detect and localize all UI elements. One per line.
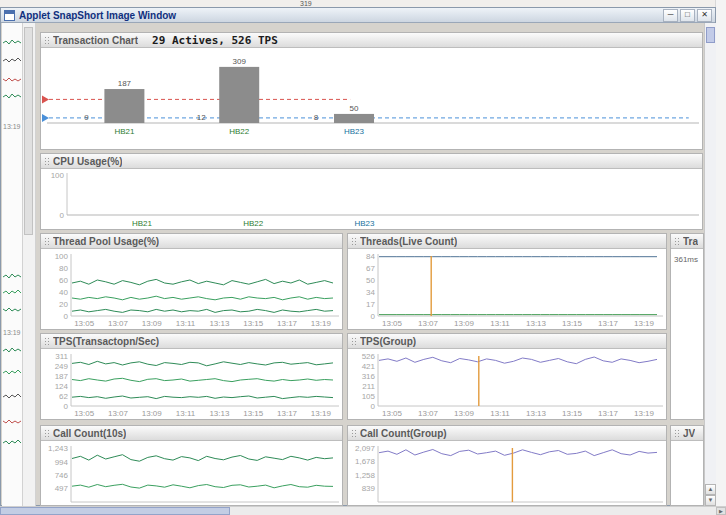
thumbnail-rail-scrollbar-thumb[interactable] xyxy=(24,27,33,235)
page-horizontal-scrollbar-thumb[interactable] xyxy=(0,507,230,515)
drag-grip-icon xyxy=(674,429,679,438)
panel-header[interactable]: CPU Usage(%) xyxy=(41,154,702,169)
window-vertical-scrollbar[interactable]: ▲ ▼ xyxy=(704,23,716,506)
thumbnail-sparkline[interactable] xyxy=(2,269,22,321)
svg-text:1,678: 1,678 xyxy=(355,457,376,466)
drag-grip-icon xyxy=(351,237,356,246)
close-button[interactable]: ✕ xyxy=(697,9,712,22)
svg-text:316: 316 xyxy=(362,372,376,381)
window-title: Applet SnapShort Image Window xyxy=(19,10,176,21)
svg-text:13:09: 13:09 xyxy=(454,409,475,418)
panel-title: Call Count(10s) xyxy=(53,428,126,439)
panel-header[interactable]: Call Count(Group) xyxy=(348,426,666,441)
svg-text:187: 187 xyxy=(55,372,69,381)
window-titlebar[interactable]: Applet SnapShort Image Window ─ □ ✕ xyxy=(1,8,715,23)
panel-title: TPS(Group) xyxy=(360,336,416,347)
svg-text:13:07: 13:07 xyxy=(418,319,439,328)
panel-title: Threads(Live Count) xyxy=(360,236,457,247)
minimize-button[interactable]: ─ xyxy=(663,9,678,22)
svg-text:13:15: 13:15 xyxy=(243,319,264,328)
scroll-down-arrow-button[interactable]: ▼ xyxy=(705,495,716,506)
svg-text:13:05: 13:05 xyxy=(74,409,95,418)
window-vertical-scrollbar-thumb[interactable] xyxy=(706,27,715,43)
panel-header[interactable]: Threads(Live Count) xyxy=(348,234,666,249)
thumbnail-timestamp: 13:19 xyxy=(3,329,21,336)
panel-header[interactable]: TPS(Group) xyxy=(348,334,666,349)
threads-live-count-panel: Threads(Live Count) 8467503417013:0513:0… xyxy=(347,233,667,330)
svg-text:13:05: 13:05 xyxy=(74,319,95,328)
panel-header[interactable]: Tra xyxy=(671,234,703,249)
panel-title: Thread Pool Usage(%) xyxy=(53,236,159,247)
svg-text:12: 12 xyxy=(197,113,206,122)
window-controls: ─ □ ✕ xyxy=(663,9,712,22)
svg-text:0: 0 xyxy=(371,312,376,321)
scroll-right-arrow-button[interactable]: ▶ xyxy=(716,507,726,515)
svg-text:84: 84 xyxy=(366,252,375,261)
svg-text:13:19: 13:19 xyxy=(634,409,655,418)
background-page-label: 319 xyxy=(300,0,312,7)
svg-text:50: 50 xyxy=(366,276,375,285)
svg-text:13:17: 13:17 xyxy=(277,319,298,328)
cpu-usage-panel: CPU Usage(%) 1000HB21HB22HB23 xyxy=(40,153,703,230)
svg-text:0: 0 xyxy=(64,402,69,411)
panel-header[interactable]: Thread Pool Usage(%) xyxy=(41,234,342,249)
clipped-right-panel-bottom: JV xyxy=(670,425,704,506)
scroll-up-arrow-button[interactable]: ▲ xyxy=(705,484,716,495)
maximize-button[interactable]: □ xyxy=(680,9,695,22)
svg-text:13:17: 13:17 xyxy=(598,319,619,328)
svg-text:HB23: HB23 xyxy=(344,127,365,136)
svg-text:13:13: 13:13 xyxy=(209,409,230,418)
thumbnail-rail-scrollbar[interactable] xyxy=(23,23,36,506)
drag-grip-icon xyxy=(44,429,49,438)
svg-text:20: 20 xyxy=(59,300,68,309)
tps-group-chart: 526421316211105013:0513:0713:0913:1113:1… xyxy=(348,349,666,419)
svg-text:13:13: 13:13 xyxy=(526,319,547,328)
svg-text:HB21: HB21 xyxy=(114,127,135,136)
thread-pool-usage-chart: 10080604020013:0513:0713:0913:1113:1313:… xyxy=(41,249,342,329)
tps-group-panel: TPS(Group) 526421316211105013:0513:0713:… xyxy=(347,333,667,420)
panel-header[interactable]: JV xyxy=(671,426,703,441)
svg-text:13:07: 13:07 xyxy=(418,409,439,418)
svg-text:13:13: 13:13 xyxy=(209,319,230,328)
svg-text:34: 34 xyxy=(366,288,375,297)
svg-text:60: 60 xyxy=(59,276,68,285)
svg-text:40: 40 xyxy=(59,288,68,297)
svg-text:13:05: 13:05 xyxy=(382,409,403,418)
cpu-usage-chart: 1000HB21HB22HB23 xyxy=(41,169,702,229)
thumbnail-timestamp: 13:19 xyxy=(3,123,21,130)
svg-text:13:11: 13:11 xyxy=(176,409,196,418)
transaction-chart-panel: Transaction Chart 29 Actives, 526 TPS 18… xyxy=(40,32,703,150)
svg-text:13:05: 13:05 xyxy=(382,319,403,328)
svg-text:67: 67 xyxy=(366,264,375,273)
svg-text:1,243: 1,243 xyxy=(48,444,69,453)
svg-text:HB22: HB22 xyxy=(243,219,264,228)
svg-text:105: 105 xyxy=(362,392,376,401)
svg-text:187: 187 xyxy=(118,79,132,88)
svg-text:13:15: 13:15 xyxy=(243,409,264,418)
svg-text:HB22: HB22 xyxy=(229,127,250,136)
clipped-right-panel-top: Tra 361ms xyxy=(670,233,704,420)
svg-text:0: 0 xyxy=(371,402,376,411)
thumbnail-sparkline[interactable] xyxy=(2,343,22,459)
applet-window: Applet SnapShort Image Window ─ □ ✕ 13:1… xyxy=(0,7,716,506)
page-vertical-scrollbar[interactable] xyxy=(715,0,726,506)
svg-text:13:07: 13:07 xyxy=(108,319,129,328)
svg-text:13:09: 13:09 xyxy=(142,409,163,418)
thumbnail-sparkline[interactable] xyxy=(2,35,22,115)
panel-header[interactable]: Call Count(10s) xyxy=(41,426,342,441)
page-horizontal-scrollbar[interactable]: ▶ xyxy=(0,506,726,515)
panel-header[interactable]: Transaction Chart 29 Actives, 526 TPS xyxy=(41,33,702,48)
svg-text:994: 994 xyxy=(55,458,69,467)
svg-text:13:09: 13:09 xyxy=(454,319,475,328)
svg-text:1,258: 1,258 xyxy=(355,471,376,480)
svg-text:746: 746 xyxy=(55,471,69,480)
chart-thumbnail-rail[interactable]: 13:19 13:19 xyxy=(2,23,23,506)
call-count-group-panel: Call Count(Group) 2,0971,6781,258839 xyxy=(347,425,667,506)
threads-live-count-chart: 8467503417013:0513:0713:0913:1113:1313:1… xyxy=(348,249,666,329)
svg-text:8: 8 xyxy=(314,113,319,122)
svg-text:50: 50 xyxy=(350,104,359,113)
thread-pool-usage-panel: Thread Pool Usage(%) 10080604020013:0513… xyxy=(40,233,343,330)
svg-text:13:15: 13:15 xyxy=(562,319,583,328)
panel-header[interactable]: TPS(Transactopn/Sec) xyxy=(41,334,342,349)
svg-text:62: 62 xyxy=(59,392,68,401)
